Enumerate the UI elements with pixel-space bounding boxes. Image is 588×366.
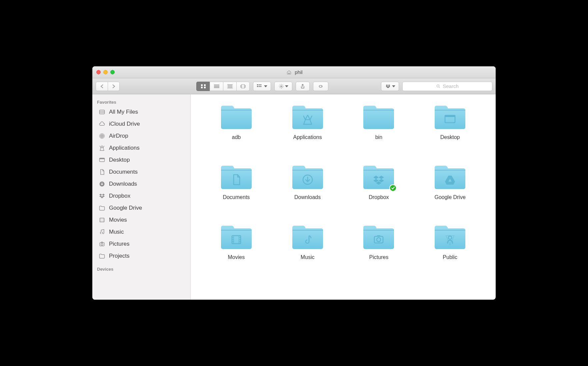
arrange-button[interactable] <box>253 82 271 91</box>
sidebar-item-projects[interactable]: Projects <box>92 250 190 262</box>
sidebar-item-label: Downloads <box>109 181 137 187</box>
folder-icon <box>362 103 395 131</box>
folder-icon <box>220 223 253 251</box>
folder-google-drive[interactable]: Google Drive <box>414 161 486 221</box>
folder-icon <box>362 223 395 251</box>
folder-icon <box>291 103 324 131</box>
folder-label: Movies <box>228 254 245 260</box>
share-button[interactable] <box>296 82 310 91</box>
folder-adb[interactable]: adb <box>201 101 272 161</box>
svg-rect-45 <box>227 84 229 88</box>
sidebar-item-label: Movies <box>109 217 127 223</box>
folder-label: Desktop <box>440 134 460 140</box>
svg-rect-40 <box>201 87 203 88</box>
folder-icon <box>433 223 467 251</box>
folder-label: Documents <box>223 194 250 200</box>
pictures-icon <box>98 240 106 248</box>
sidebar-item-documents[interactable]: Documents <box>92 166 190 178</box>
sidebar-item-label: Documents <box>109 169 138 175</box>
close-button[interactable] <box>96 70 101 74</box>
folder-icon <box>433 103 467 131</box>
folder-label: Downloads <box>294 194 321 200</box>
list-view-button[interactable] <box>210 82 223 91</box>
folder-icon <box>220 163 253 191</box>
folder-public[interactable]: Public <box>414 221 486 281</box>
window-title: phil <box>92 69 496 76</box>
sidebar-item-google-drive[interactable]: Google Drive <box>92 202 190 214</box>
content-area: adbApplicationsbinDesktopDocumentsDownlo… <box>191 94 496 300</box>
sidebar-item-icloud-drive[interactable]: iCloud Drive <box>92 118 190 130</box>
sync-badge-icon <box>389 184 397 192</box>
coverflow-view-button[interactable] <box>236 82 250 91</box>
sidebar-item-label: AirDrop <box>109 133 128 139</box>
icon-view-button[interactable] <box>196 82 210 91</box>
desktop-icon <box>98 156 106 164</box>
minimize-button[interactable] <box>103 70 108 74</box>
folder-pictures[interactable]: Pictures <box>343 221 415 281</box>
sidebar-item-label: Google Drive <box>109 205 142 211</box>
svg-rect-55 <box>259 86 260 87</box>
folder-label: Public <box>443 254 457 260</box>
window-title-text: phil <box>295 69 302 75</box>
search-placeholder: Search <box>443 83 459 89</box>
sidebar-item-applications[interactable]: Applications <box>92 142 190 154</box>
movies-icon <box>98 216 106 224</box>
sidebar-item-downloads[interactable]: Downloads <box>92 178 190 190</box>
sidebar-item-label: iCloud Drive <box>109 121 140 127</box>
folder-icon <box>291 223 324 251</box>
view-mode-buttons <box>196 82 250 91</box>
folder-label: bin <box>375 134 382 140</box>
folder-icon <box>220 103 253 131</box>
all-my-files-icon <box>98 108 106 116</box>
folder-music[interactable]: Music <box>272 221 343 281</box>
search-icon <box>436 84 441 89</box>
sidebar-item-desktop[interactable]: Desktop <box>92 154 190 166</box>
folder-label: Applications <box>293 134 322 140</box>
sidebar: Favorites All My FilesiCloud DriveAirDro… <box>92 94 191 300</box>
applications-icon <box>98 144 106 152</box>
nav-buttons <box>96 82 120 91</box>
svg-rect-56 <box>260 86 261 87</box>
sidebar-item-movies[interactable]: Movies <box>92 214 190 226</box>
sidebar-item-pictures[interactable]: Pictures <box>92 238 190 250</box>
dropbox-toolbar-button[interactable] <box>381 82 399 91</box>
forward-button[interactable] <box>108 82 120 91</box>
sidebar-item-music[interactable]: Music <box>92 226 190 238</box>
folder-downloads[interactable]: Downloads <box>272 161 343 221</box>
finder-window: phil <box>92 66 496 300</box>
column-view-button[interactable] <box>223 82 236 91</box>
svg-rect-41 <box>204 87 206 88</box>
sidebar-item-airdrop[interactable]: AirDrop <box>92 130 190 142</box>
svg-rect-54 <box>257 86 258 87</box>
folder-documents[interactable]: Documents <box>201 161 272 221</box>
tags-button[interactable] <box>313 82 328 91</box>
svg-rect-38 <box>201 84 203 86</box>
folder-movies[interactable]: Movies <box>201 221 272 281</box>
folder-icon <box>362 163 395 191</box>
home-icon <box>285 69 293 76</box>
icloud-icon <box>98 120 106 128</box>
search-input[interactable]: Search <box>402 82 492 91</box>
folder-icon <box>291 163 324 191</box>
folder-icon <box>433 163 467 191</box>
sidebar-item-all-my-files[interactable]: All My Files <box>92 106 190 118</box>
folder-applications[interactable]: Applications <box>272 101 343 161</box>
sidebar-item-label: All My Files <box>109 109 138 115</box>
svg-rect-48 <box>242 84 244 88</box>
svg-rect-39 <box>204 84 206 86</box>
fullscreen-button[interactable] <box>110 70 115 74</box>
sidebar-item-label: Pictures <box>109 241 129 247</box>
sidebar-item-label: Music <box>109 229 124 235</box>
action-button[interactable] <box>274 82 292 91</box>
sidebar-item-label: Applications <box>109 145 140 151</box>
folder-label: Music <box>301 254 315 260</box>
dropbox-icon <box>98 192 106 200</box>
folder-desktop[interactable]: Desktop <box>414 101 486 161</box>
svg-rect-46 <box>229 84 231 88</box>
svg-rect-47 <box>231 84 233 88</box>
back-button[interactable] <box>96 82 108 91</box>
svg-rect-51 <box>257 84 258 85</box>
sidebar-item-dropbox[interactable]: Dropbox <box>92 190 190 202</box>
folder-dropbox[interactable]: Dropbox <box>343 161 415 221</box>
folder-bin[interactable]: bin <box>343 101 415 161</box>
